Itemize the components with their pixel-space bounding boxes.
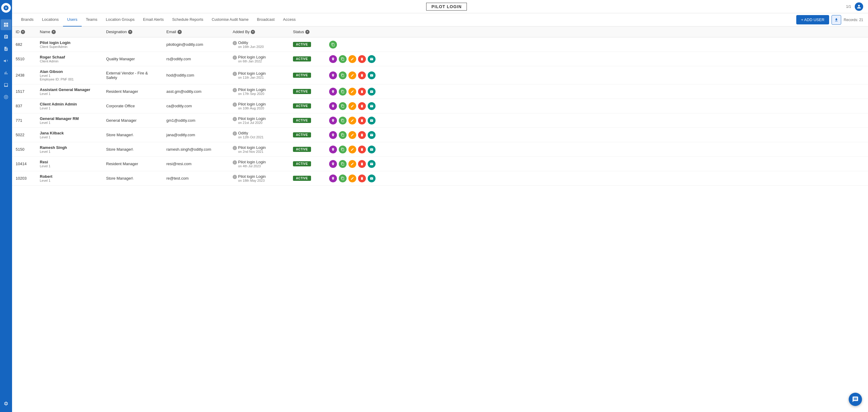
designation: Quality Manager xyxy=(106,57,135,61)
edit-button[interactable] xyxy=(348,160,356,168)
delete-button[interactable] xyxy=(358,146,366,153)
delete-button[interactable] xyxy=(358,102,366,110)
info-icon: i xyxy=(233,41,237,45)
user-avatar[interactable] xyxy=(855,2,863,11)
sidebar-item-document[interactable] xyxy=(1,43,11,54)
location-button[interactable] xyxy=(329,71,337,79)
location-button[interactable] xyxy=(329,55,337,63)
sidebar-item-settings[interactable] xyxy=(1,398,11,409)
users-table: ID ▾ Name ▾ Designation ▾ xyxy=(12,27,868,186)
added-by-cell: i Oditly on 16th Jun 2020 xyxy=(233,40,286,49)
user-name: Assistant General Manager xyxy=(40,87,99,92)
added-by-sort-icon[interactable]: ▾ xyxy=(251,30,255,34)
nav-right: + ADD USER Records: 21 xyxy=(796,15,863,25)
tab-brands[interactable]: Brands xyxy=(17,13,38,27)
user-id: 1517 xyxy=(16,89,24,94)
col-header-status: Status ▾ xyxy=(289,27,326,37)
email-button[interactable] xyxy=(368,88,375,96)
add-user-button[interactable]: + ADD USER xyxy=(796,15,830,24)
email: ca@oditly.com xyxy=(166,104,192,108)
location-button[interactable] xyxy=(329,102,337,110)
added-by-date: on 18th May 2023 xyxy=(238,179,266,182)
copy-button[interactable] xyxy=(339,175,347,182)
email-button[interactable] xyxy=(368,102,375,110)
download-button[interactable] xyxy=(832,15,841,25)
edit-button[interactable] xyxy=(348,102,356,110)
added-by-cell: i Pilot login Login on 4th Jul 2023 xyxy=(233,160,286,168)
copy-button[interactable] xyxy=(339,117,347,124)
tab-broadcast[interactable]: Broadcast xyxy=(253,13,279,27)
sidebar-item-inbox[interactable] xyxy=(1,80,11,90)
delete-button[interactable] xyxy=(358,175,366,182)
copy-button[interactable] xyxy=(339,88,347,96)
employee-id: Employee ID: PNF 001 xyxy=(40,77,99,81)
location-button[interactable] xyxy=(329,88,337,96)
copy-button[interactable] xyxy=(339,146,347,153)
tab-users[interactable]: Users xyxy=(63,13,82,27)
user-role: Level 1 xyxy=(40,179,99,182)
email-button[interactable] xyxy=(368,160,375,168)
tab-schedule-reports[interactable]: Schedule Reports xyxy=(168,13,207,27)
location-button[interactable] xyxy=(329,160,337,168)
info-icon: i xyxy=(233,117,237,121)
added-by-date: on 17th Sep 2020 xyxy=(238,92,266,96)
copy-button[interactable] xyxy=(339,160,347,168)
location-button[interactable] xyxy=(329,146,337,153)
action-icons xyxy=(329,160,864,168)
chat-button[interactable] xyxy=(849,393,862,406)
email-button[interactable] xyxy=(368,131,375,139)
email-button[interactable] xyxy=(368,175,375,182)
main-wrapper: PILOT LOGIN 1/1 Brands Locations Users T… xyxy=(12,0,868,412)
delete-button[interactable] xyxy=(358,160,366,168)
edit-button[interactable] xyxy=(348,117,356,124)
user-role: Level 1 xyxy=(40,106,99,110)
edit-button[interactable] xyxy=(348,146,356,153)
copy-button[interactable] xyxy=(339,55,347,63)
copy-button[interactable] xyxy=(329,41,337,49)
tab-teams[interactable]: Teams xyxy=(82,13,101,27)
designation-sort-icon[interactable]: ▾ xyxy=(128,30,132,34)
email-button[interactable] xyxy=(368,146,375,153)
tab-email-alerts[interactable]: Email Alerts xyxy=(139,13,168,27)
copy-button[interactable] xyxy=(339,102,347,110)
copy-button[interactable] xyxy=(339,131,347,139)
name-sort-icon[interactable]: ▾ xyxy=(52,30,56,34)
location-button[interactable] xyxy=(329,175,337,182)
tab-location-groups[interactable]: Location Groups xyxy=(101,13,138,27)
app-logo[interactable] xyxy=(1,3,11,13)
copy-button[interactable] xyxy=(339,71,347,79)
delete-button[interactable] xyxy=(358,55,366,63)
edit-button[interactable] xyxy=(348,175,356,182)
tab-locations[interactable]: Locations xyxy=(38,13,63,27)
delete-button[interactable] xyxy=(358,88,366,96)
edit-button[interactable] xyxy=(348,55,356,63)
user-name: Roger Schaaf xyxy=(40,55,99,59)
status-badge: ACTIVE xyxy=(293,42,311,47)
email-button[interactable] xyxy=(368,55,375,63)
user-name: Jana Kilback xyxy=(40,131,99,135)
tab-access[interactable]: Access xyxy=(279,13,300,27)
delete-button[interactable] xyxy=(358,131,366,139)
email-button[interactable] xyxy=(368,117,375,124)
sidebar-item-grid[interactable] xyxy=(1,19,11,30)
location-button[interactable] xyxy=(329,117,337,124)
action-icons xyxy=(329,41,864,49)
location-button[interactable] xyxy=(329,131,337,139)
sidebar-item-target[interactable] xyxy=(1,92,11,102)
delete-button[interactable] xyxy=(358,117,366,124)
sidebar-item-chart[interactable] xyxy=(1,67,11,78)
col-header-email: Email ▾ xyxy=(163,27,229,37)
email-sort-icon[interactable]: ▾ xyxy=(178,30,182,34)
email-button[interactable] xyxy=(368,71,375,79)
sidebar-item-broadcast[interactable] xyxy=(1,56,11,66)
id-sort-icon[interactable]: ▾ xyxy=(21,30,25,34)
sidebar-item-clipboard[interactable] xyxy=(1,31,11,42)
designation: Resident Manager xyxy=(106,162,138,166)
status-sort-icon[interactable]: ▾ xyxy=(305,30,310,34)
delete-button[interactable] xyxy=(358,71,366,79)
status-badge: ACTIVE xyxy=(293,147,311,152)
edit-button[interactable] xyxy=(348,71,356,79)
tab-customise-audit-name[interactable]: Customise Audit Name xyxy=(208,13,253,27)
edit-button[interactable] xyxy=(348,131,356,139)
edit-button[interactable] xyxy=(348,88,356,96)
